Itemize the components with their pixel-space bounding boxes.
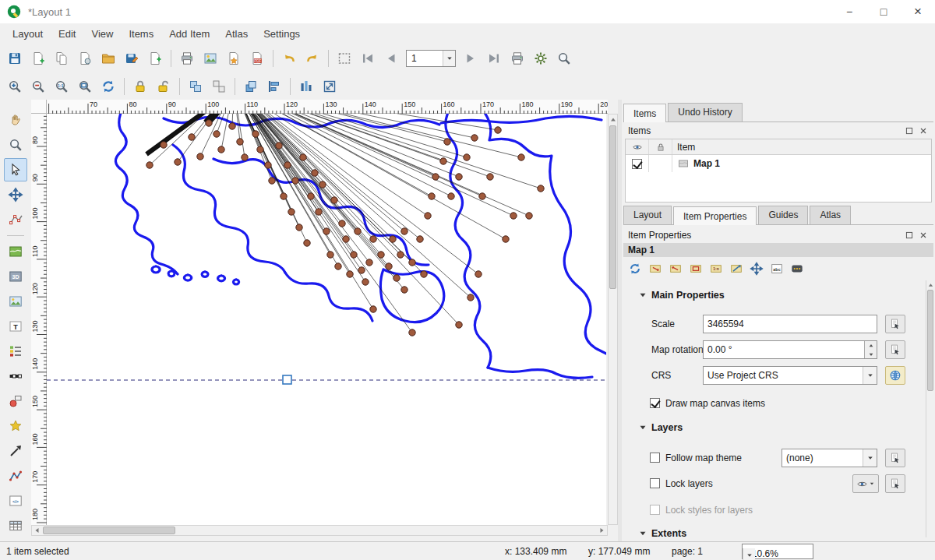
- set-canvas-to-map-extent-button[interactable]: [666, 259, 685, 278]
- extents-section-header[interactable]: Extents: [639, 528, 686, 537]
- export-as-svg-button[interactable]: [223, 48, 245, 69]
- visible-layers-button[interactable]: [852, 474, 879, 493]
- export-as-image-button[interactable]: [199, 48, 221, 69]
- add-shape-button[interactable]: [4, 389, 27, 413]
- add-items-from-template-button[interactable]: [144, 48, 166, 69]
- layout-canvas[interactable]: [47, 114, 606, 525]
- zoom-full-button[interactable]: [74, 76, 96, 97]
- lock-selected-items-button[interactable]: [129, 76, 151, 97]
- print-layout-button[interactable]: [176, 48, 198, 69]
- select-move-item-button[interactable]: [4, 158, 27, 181]
- export-as-pdf-button[interactable]: PDF: [246, 48, 268, 69]
- zoom-in-button[interactable]: [4, 76, 26, 97]
- resize-items-button[interactable]: [319, 76, 340, 97]
- set-map-extent-to-canvas-button[interactable]: [646, 259, 665, 278]
- tab-undo-history[interactable]: Undo History: [668, 103, 742, 122]
- zoom-tool-button[interactable]: [4, 133, 27, 157]
- close-panel-icon[interactable]: [918, 230, 929, 241]
- add-scalebar-button[interactable]: [4, 365, 27, 388]
- menu-items[interactable]: Items: [121, 25, 161, 43]
- distribute-items-button[interactable]: [295, 76, 317, 97]
- close-panel-icon[interactable]: [918, 125, 929, 136]
- horizontal-scrollbar[interactable]: [31, 525, 608, 536]
- menu-settings[interactable]: Settings: [256, 25, 308, 43]
- minimize-button[interactable]: −: [832, 0, 866, 23]
- add-label-button[interactable]: T: [4, 315, 27, 338]
- select-crs-button[interactable]: [885, 366, 905, 385]
- clipping-settings-button[interactable]: [788, 259, 806, 278]
- preview-atlas-button[interactable]: [333, 48, 355, 69]
- next-feature-button[interactable]: [460, 48, 482, 69]
- horizontal-scroll-thumb[interactable]: [43, 527, 175, 534]
- add-html-button[interactable]: </>: [4, 489, 27, 512]
- map-theme-combobox[interactable]: (none): [782, 449, 877, 467]
- close-button[interactable]: ×: [901, 0, 935, 23]
- edit-nodes-item-button[interactable]: [4, 208, 27, 231]
- menu-edit[interactable]: Edit: [51, 25, 83, 43]
- properties-scroll-thumb[interactable]: [927, 290, 933, 391]
- menu-add-item[interactable]: Add Item: [161, 25, 217, 43]
- pan-layout-button[interactable]: [4, 108, 27, 132]
- spin-down-icon[interactable]: [865, 350, 877, 358]
- new-layout-button[interactable]: [27, 48, 49, 69]
- maximize-button[interactable]: □: [866, 0, 901, 23]
- interactive-edit-extent-button[interactable]: [727, 259, 746, 278]
- update-map-preview-button[interactable]: [626, 259, 644, 278]
- scale-input[interactable]: 3465594: [703, 315, 877, 333]
- lock-layers-checkbox[interactable]: [650, 478, 660, 488]
- layout-manager-button[interactable]: [74, 48, 96, 69]
- item-visibility-checkbox[interactable]: [632, 159, 642, 169]
- combo-arrow-icon[interactable]: [863, 449, 877, 467]
- move-item-content-button[interactable]: [4, 183, 27, 206]
- combo-arrow-icon[interactable]: [863, 367, 877, 384]
- add-picture-button[interactable]: [4, 290, 27, 313]
- zoom-actual-button[interactable]: 1:1: [51, 76, 72, 97]
- scroll-up-icon[interactable]: [926, 280, 935, 290]
- map-rotation-spinner[interactable]: 0.00 °: [703, 340, 877, 359]
- first-feature-button[interactable]: [357, 48, 379, 69]
- menu-view[interactable]: View: [83, 25, 121, 43]
- scroll-up-icon[interactable]: [609, 114, 617, 125]
- tab-items[interactable]: Items: [623, 104, 666, 122]
- item-row-map1[interactable]: Map 1: [626, 155, 931, 172]
- ungroup-items-button[interactable]: [208, 76, 230, 97]
- zoom-level-combobox[interactable]: 110.6%: [742, 544, 813, 559]
- tab-layout[interactable]: Layout: [623, 206, 672, 224]
- tab-atlas[interactable]: Atlas: [810, 206, 851, 224]
- crs-combobox[interactable]: Use Project CRS: [703, 366, 877, 385]
- last-feature-button[interactable]: [483, 48, 505, 69]
- add-node-item-button[interactable]: [4, 464, 27, 488]
- add-marker-button[interactable]: [4, 414, 27, 438]
- theme-data-defined-button[interactable]: [885, 449, 905, 467]
- scale-data-defined-button[interactable]: [885, 315, 905, 333]
- zoom-out-button[interactable]: [27, 76, 49, 97]
- spin-up-icon[interactable]: [865, 341, 877, 350]
- layers-section-header[interactable]: Layers: [639, 422, 683, 433]
- add-attribute-table-button[interactable]: [4, 514, 27, 537]
- undo-button[interactable]: [278, 48, 300, 69]
- follow-map-theme-checkbox[interactable]: [650, 453, 660, 463]
- menu-atlas[interactable]: Atlas: [217, 25, 256, 43]
- lock-layers-data-defined-button[interactable]: [885, 474, 905, 493]
- scroll-right-icon[interactable]: [596, 526, 607, 535]
- save-button[interactable]: [4, 48, 26, 69]
- rotation-data-defined-button[interactable]: [885, 340, 905, 359]
- open-folder-button[interactable]: [97, 48, 119, 69]
- zoom-to-feature-button[interactable]: [553, 48, 575, 69]
- add-arrow-button[interactable]: [4, 439, 27, 463]
- add-map-button[interactable]: [4, 240, 27, 263]
- atlas-settings-button[interactable]: [530, 48, 552, 69]
- raise-selected-items-button[interactable]: [240, 76, 262, 97]
- float-panel-icon[interactable]: [904, 230, 915, 241]
- labeling-settings-button[interactable]: abc: [767, 259, 786, 278]
- view-extent-in-canvas-button[interactable]: [686, 259, 705, 278]
- unlock-all-items-button[interactable]: [153, 76, 175, 97]
- scroll-left-icon[interactable]: [32, 526, 43, 535]
- properties-scrollbar[interactable]: [926, 280, 935, 537]
- add-3d-map-button[interactable]: 3D: [4, 265, 27, 288]
- combo-arrow-icon[interactable]: [743, 548, 755, 560]
- previous-feature-button[interactable]: [380, 48, 402, 69]
- add-legend-button[interactable]: [4, 340, 27, 363]
- duplicate-layout-button[interactable]: [51, 48, 72, 69]
- main-properties-section-header[interactable]: Main Properties: [639, 290, 725, 301]
